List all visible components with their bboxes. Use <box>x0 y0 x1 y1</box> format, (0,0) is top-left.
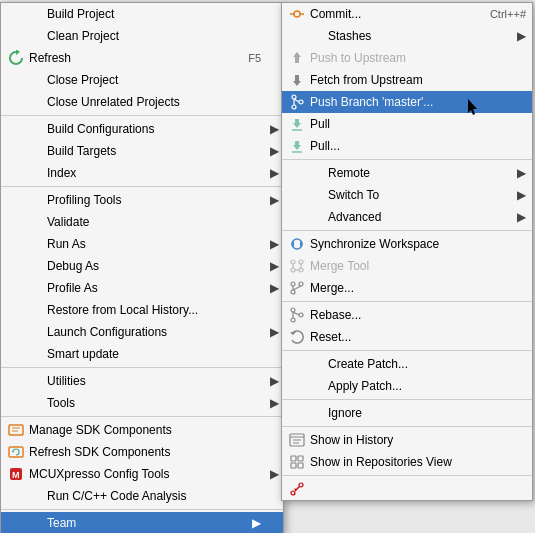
menu-label: Synchronize Workspace <box>310 237 526 251</box>
menu-label: Close Project <box>47 73 261 87</box>
menu-item-team[interactable]: Team ▶ <box>1 512 283 533</box>
menu-item-reset[interactable]: Reset... <box>282 326 532 348</box>
menu-item-close-unrelated[interactable]: Close Unrelated Projects <box>1 91 283 113</box>
sync-icon <box>288 236 306 252</box>
arrow-icon: ▶ <box>270 122 279 136</box>
menu-label: Build Configurations <box>47 122 261 136</box>
menu-item-tools[interactable]: Tools ▶ <box>1 392 283 414</box>
menu-item-disconnect[interactable] <box>282 478 532 500</box>
menu-item-show-history[interactable]: Show in History <box>282 429 532 451</box>
menu-item-build-project[interactable]: Build Project <box>1 3 283 25</box>
svg-rect-42 <box>298 456 303 461</box>
refresh-icon <box>7 50 25 66</box>
shortcut-label: F5 <box>248 52 261 64</box>
pull2-icon <box>288 138 306 154</box>
push-up-icon <box>288 50 306 66</box>
svg-point-20 <box>291 260 295 264</box>
menu-item-advanced[interactable]: Advanced ▶ <box>282 206 532 228</box>
arrow-icon: ▶ <box>270 325 279 339</box>
separator <box>282 301 532 302</box>
menu-label: Manage SDK Components <box>29 423 261 437</box>
arrow-icon: ▶ <box>252 516 261 530</box>
menu-item-run-as[interactable]: Run As ▶ <box>1 233 283 255</box>
empty-icon <box>306 405 324 421</box>
menu-item-switch-to[interactable]: Switch To ▶ <box>282 184 532 206</box>
menu-item-refresh-sdk[interactable]: Refresh SDK Components <box>1 441 283 463</box>
menu-item-utilities[interactable]: Utilities ▶ <box>1 370 283 392</box>
menu-label: Restore from Local History... <box>47 303 261 317</box>
empty-icon <box>25 236 43 252</box>
merge-icon <box>288 280 306 296</box>
menu-item-pull[interactable]: Pull <box>282 113 532 135</box>
menu-label: Refresh SDK Components <box>29 445 261 459</box>
arrow-icon: ▶ <box>270 144 279 158</box>
menu-label: Create Patch... <box>328 357 526 371</box>
svg-line-30 <box>293 286 301 290</box>
menu-item-create-patch[interactable]: Create Patch... <box>282 353 532 375</box>
separator <box>1 367 283 368</box>
svg-line-14 <box>294 99 299 102</box>
menu-item-push-upstream[interactable]: Push to Upstream <box>282 47 532 69</box>
repos-icon <box>288 454 306 470</box>
menu-item-restore-history[interactable]: Restore from Local History... <box>1 299 283 321</box>
menu-item-run-analysis[interactable]: Run C/C++ Code Analysis <box>1 485 283 507</box>
empty-icon <box>25 214 43 230</box>
menu-label: Pull <box>310 117 526 131</box>
menu-item-commit[interactable]: Commit... Ctrl++# <box>282 3 532 25</box>
empty-icon <box>25 280 43 296</box>
menu-item-fetch-upstream[interactable]: Fetch from Upstream <box>282 69 532 91</box>
menu-item-synchronize[interactable]: Synchronize Workspace <box>282 233 532 255</box>
menu-label: Smart update <box>47 347 261 361</box>
svg-point-31 <box>291 318 295 322</box>
menu-item-validate[interactable]: Validate <box>1 211 283 233</box>
menu-item-ignore[interactable]: Ignore <box>282 402 532 424</box>
menu-item-mcuxpresso[interactable]: M MCUXpresso Config Tools ▶ <box>1 463 283 485</box>
menu-item-merge-tool[interactable]: Merge Tool <box>282 255 532 277</box>
empty-icon <box>306 165 324 181</box>
menu-item-apply-patch[interactable]: Apply Patch... <box>282 375 532 397</box>
menu-item-pull-ellipsis[interactable]: Pull... <box>282 135 532 157</box>
menu-label: Launch Configurations <box>47 325 261 339</box>
right-context-menu: Commit... Ctrl++# Stashes ▶ Push to Upst… <box>281 2 533 501</box>
menu-item-smart-update[interactable]: Smart update <box>1 343 283 365</box>
menu-item-launch-configurations[interactable]: Launch Configurations ▶ <box>1 321 283 343</box>
svg-point-19 <box>291 268 295 272</box>
empty-icon <box>25 324 43 340</box>
reset-icon <box>288 329 306 345</box>
svg-point-22 <box>299 268 303 272</box>
menu-item-push-branch[interactable]: Push Branch 'master'... <box>282 91 532 113</box>
separator <box>282 399 532 400</box>
svg-point-32 <box>291 308 295 312</box>
menu-label: Show in History <box>310 433 526 447</box>
separator <box>282 230 532 231</box>
menu-item-stashes[interactable]: Stashes ▶ <box>282 25 532 47</box>
menu-label: Reset... <box>310 330 526 344</box>
refresh-sdk-icon <box>7 444 25 460</box>
menu-item-build-targets[interactable]: Build Targets ▶ <box>1 140 283 162</box>
menu-label: Close Unrelated Projects <box>47 95 261 109</box>
menu-item-refresh[interactable]: Refresh F5 <box>1 47 283 69</box>
svg-line-35 <box>293 312 299 315</box>
menu-item-clean-project[interactable]: Clean Project <box>1 25 283 47</box>
menu-label: Ignore <box>328 406 526 420</box>
menu-item-debug-as[interactable]: Debug As ▶ <box>1 255 283 277</box>
empty-icon <box>25 165 43 181</box>
menu-item-index[interactable]: Index ▶ <box>1 162 283 184</box>
menu-item-build-configurations[interactable]: Build Configurations ▶ <box>1 118 283 140</box>
separator <box>1 416 283 417</box>
disconnect-icon <box>288 481 306 497</box>
menu-item-show-repositories[interactable]: Show in Repositories View <box>282 451 532 473</box>
menu-item-remote[interactable]: Remote ▶ <box>282 162 532 184</box>
menu-label: Build Targets <box>47 144 261 158</box>
separator <box>282 350 532 351</box>
menu-item-merge[interactable]: Merge... <box>282 277 532 299</box>
menu-label: Utilities <box>47 374 261 388</box>
menu-item-rebase[interactable]: Rebase... <box>282 304 532 326</box>
menu-item-profile-as[interactable]: Profile As ▶ <box>1 277 283 299</box>
arrow-icon: ▶ <box>270 193 279 207</box>
menu-item-manage-sdk[interactable]: Manage SDK Components <box>1 419 283 441</box>
menu-label: Team <box>47 516 252 530</box>
separator <box>282 475 532 476</box>
menu-item-profiling-tools[interactable]: Profiling Tools ▶ <box>1 189 283 211</box>
menu-item-close-project[interactable]: Close Project <box>1 69 283 91</box>
